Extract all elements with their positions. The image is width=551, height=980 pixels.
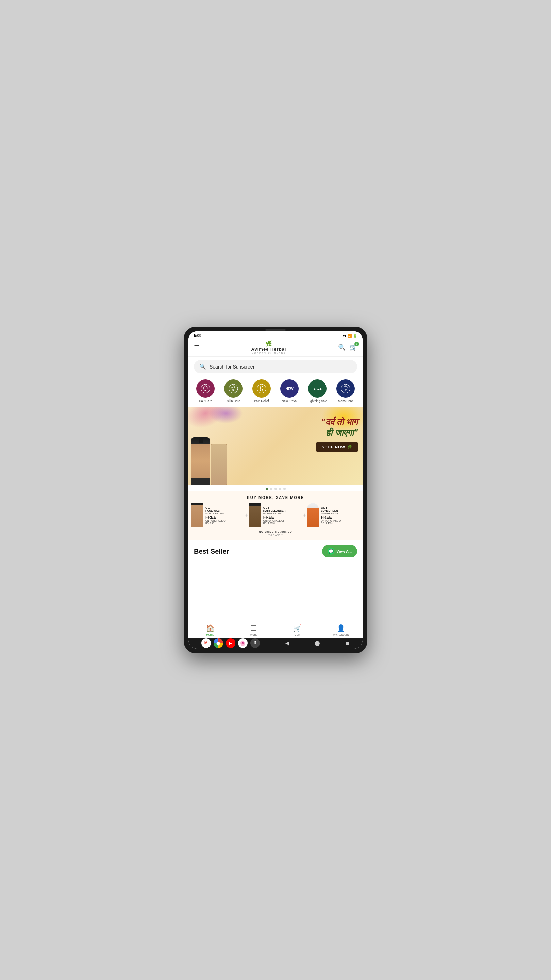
category-mens-care[interactable]: Mens Care [333,379,359,402]
new-arrival-icon: NEW [280,379,299,398]
buy-more-title: BUY MORE, SAVE MORE [191,495,360,500]
device-frame: 5:09 ▾▾ 📶 🔋 ☰ 🌿 Avimee Herbal MODERN AYU… [184,327,367,653]
account-nav-icon: 👤 [337,624,345,632]
status-icons: ▾▾ 📶 🔋 [343,334,357,337]
banner-dot-5[interactable] [283,488,286,490]
photos-icon[interactable]: 🌸 [238,638,248,648]
lightning-sale-icon: SALE [308,379,327,398]
offer-hair-cleanser: GET HAIR CLEANSER WORTH RS. 299 FREE ON … [249,503,302,527]
category-skin-care[interactable]: Skin Care [221,379,246,402]
category-hair-care[interactable]: Hair Care [192,379,218,402]
banner-hindi-text: "दर्द तो भाग ही जाएगा" [316,417,358,438]
search-bar[interactable]: 🔍 Search for Sunscreen [194,360,357,373]
offer-1-get: GET [205,506,244,509]
offer-2-amount: RS. 1,299+ [263,522,302,524]
logo-tagline: MODERN AYURVEDA [252,352,286,354]
search-highlighted: Sunscreen [233,364,256,369]
new-arrival-label: New Arrival [282,399,297,402]
nav-account[interactable]: 👤 My Account [319,624,362,636]
shop-now-leaf-icon: 🌿 [347,445,353,449]
shop-now-label: SHOP NOW [322,445,345,449]
app-header: ☰ 🌿 Avimee Herbal MODERN AYURVEDA 🔍 🛒 1 [189,338,362,356]
shop-now-button[interactable]: SHOP NOW 🌿 [316,442,358,452]
offer-1-worth: WORTH RS. 299 [205,512,244,515]
cart-badge: 1 [354,342,359,347]
offer-2-get: GET [263,506,302,509]
offer-2-worth: WORTH RS. 299 [263,512,302,515]
back-button[interactable]: ◀ [285,640,289,646]
no-code-label: NO CODE REQUIRED [191,530,360,533]
color-splash-purple [209,407,243,424]
sunscreen-image [307,503,319,527]
apps-grid-icon[interactable]: ⠿ [250,638,260,648]
offer-face-wash: GET FACE WASH WORTH RS. 299 FREE ON PURC… [191,503,244,527]
banner-dot-1[interactable] [266,488,268,490]
svg-point-7 [260,386,263,390]
svg-point-1 [203,385,208,390]
offer-3-condition: ON PURCHASE OF [321,520,360,522]
home-nav-icon: 🏠 [206,624,214,632]
offer-3-worth: WORTH RS. 550 [321,512,360,515]
category-lightning-sale[interactable]: SALE Lightning Sale [305,379,330,402]
cart-nav-icon: 🛒 [293,624,302,632]
hair-care-label: Hair Care [199,399,212,402]
offer-1-text: GET FACE WASH WORTH RS. 299 FREE ON PURC… [205,506,244,524]
svg-line-8 [260,390,261,391]
pain-relief-label: Pain Relief [254,399,269,402]
best-seller-section: Best Seller 💬 View A... [189,540,362,560]
offer-1-amount: RS. 999+ [205,522,244,524]
offer-2-free: FREE [263,515,302,520]
svg-point-4 [232,387,233,388]
recent-button[interactable]: ◼ [346,640,349,646]
banner-dot-4[interactable] [279,488,281,490]
signal-icon: 📶 [348,334,352,337]
nav-cart[interactable]: 🛒 Cart [275,624,319,636]
logo: 🌿 Avimee Herbal MODERN AYURVEDA [251,340,286,354]
offer-1-product: FACE WASH [205,509,244,512]
menu-button[interactable]: ☰ [194,344,199,351]
cart-button[interactable]: 🛒 1 [349,344,357,351]
scroll-content[interactable]: 🔍 Search for Sunscreen [189,356,362,622]
search-container: 🔍 Search for Sunscreen [189,356,362,377]
nav-menu[interactable]: ☰ Menu [232,624,275,636]
skin-care-label: Skin Care [227,399,240,402]
offer-2-product: HAIR CLEANSER [263,509,302,512]
category-new-arrival[interactable]: NEW New Arrival [276,379,302,402]
svg-point-3 [232,385,235,390]
header-actions: 🔍 🛒 1 [338,344,357,351]
offer-3-get: GET [321,506,360,509]
svg-line-9 [262,390,263,391]
status-time: 5:09 [194,334,202,337]
status-bar: 5:09 ▾▾ 📶 🔋 [189,331,362,338]
product-bottle [191,437,210,485]
logo-name: Avimee Herbal [251,347,286,352]
banner-product [191,437,227,485]
view-all-button[interactable]: 💬 View A... [322,545,357,557]
offer-3-text: GET SUNSCREEN WORTH RS. 550 FREE ON PURC… [321,506,360,524]
categories-row: Hair Care Skin Care [189,377,362,407]
banner-dot-2[interactable] [270,488,272,490]
banner-dot-3[interactable] [275,488,277,490]
search-icon: 🔍 [338,344,346,351]
lightning-sale-label: Lightning Sale [308,399,327,402]
face-wash-image [191,503,203,527]
skin-care-icon [224,379,243,398]
device-notch [265,329,286,331]
chrome-icon[interactable]: ⬤ [214,638,223,648]
offer-2-text: GET HAIR CLEANSER WORTH RS. 299 FREE ON … [263,506,302,524]
mens-care-label: Mens Care [338,399,353,402]
search-button[interactable]: 🔍 [338,344,346,351]
cart-nav-label: Cart [294,633,300,636]
mens-care-icon [337,379,355,398]
banner-text: "दर्द तो भाग ही जाएगा" SHOP NOW 🌿 [316,417,358,452]
home-button[interactable]: ⬤ [314,640,320,646]
product-box [211,444,227,485]
youtube-icon[interactable]: ▶ [226,638,235,648]
category-pain-relief[interactable]: Pain Relief [249,379,275,402]
offers-row: GET FACE WASH WORTH RS. 299 FREE ON PURC… [191,503,360,527]
logo-leaf-icon: 🌿 [265,340,272,347]
svg-point-6 [257,384,266,393]
nav-home[interactable]: 🏠 Home [189,624,232,636]
wifi-icon: ▾▾ [343,334,346,337]
gmail-icon[interactable]: M [202,638,211,648]
